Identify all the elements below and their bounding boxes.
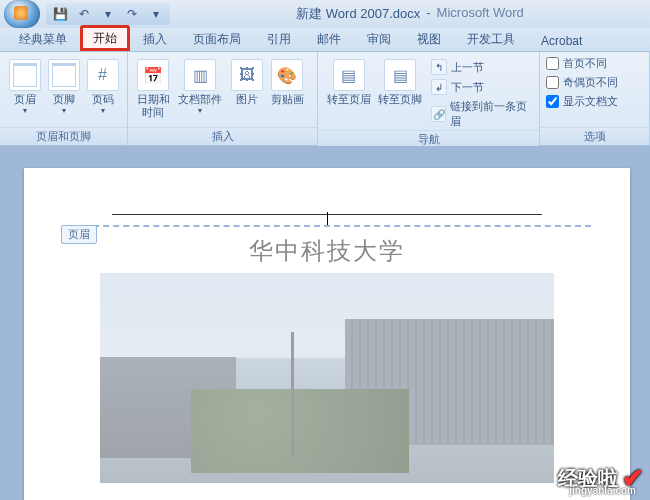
header-zone[interactable]: 页眉 华中科技大学	[24, 168, 630, 483]
header-boundary: 页眉	[63, 225, 591, 227]
office-button[interactable]	[4, 0, 40, 28]
university-name: 华中科技大学	[64, 235, 590, 267]
tab-view[interactable]: 视图	[404, 26, 454, 51]
group-navigation: ▤ 转至页眉 ▤ 转至页脚 ↰上一节 ↲下一节 🔗链接到前一条页眉 导航	[318, 52, 540, 145]
goto-header-icon: ▤	[333, 59, 365, 91]
clipart-icon: 🎨	[271, 59, 303, 91]
redo-icon[interactable]: ↷	[124, 6, 140, 22]
qat-more-icon[interactable]: ▾	[148, 6, 164, 22]
prev-icon: ↰	[431, 59, 447, 75]
next-section-button[interactable]: ↲下一节	[427, 78, 533, 96]
tab-page-layout[interactable]: 页面布局	[180, 26, 254, 51]
group-header-footer: 页眉 ▾ 页脚 ▾ # 页码 ▾ 页眉和页脚	[0, 52, 128, 145]
group-label: 选项	[540, 127, 649, 145]
clipart-button[interactable]: 🎨 剪贴画	[268, 56, 306, 109]
chevron-down-icon: ▾	[62, 106, 66, 115]
quick-access-toolbar: 💾 ↶ ▾ ↷ ▾	[46, 3, 170, 25]
group-label: 插入	[128, 127, 317, 145]
footer-button[interactable]: 页脚 ▾	[45, 56, 82, 118]
tab-developer[interactable]: 开发工具	[454, 26, 528, 51]
quick-parts-button[interactable]: ▥ 文档部件 ▾	[174, 56, 226, 118]
ribbon-tabs: 经典菜单 开始 插入 页面布局 引用 邮件 审阅 视图 开发工具 Acrobat	[0, 28, 650, 52]
page[interactable]: 页眉 华中科技大学	[24, 168, 630, 500]
parts-icon: ▥	[184, 59, 216, 91]
date-time-button[interactable]: 📅 日期和 时间	[134, 56, 172, 122]
goto-header-button[interactable]: ▤ 转至页眉	[324, 56, 374, 109]
group-label: 页眉和页脚	[0, 127, 127, 145]
tab-mailings[interactable]: 邮件	[304, 26, 354, 51]
ribbon: 页眉 ▾ 页脚 ▾ # 页码 ▾ 页眉和页脚 📅 日期和 时间 ▥	[0, 52, 650, 146]
goto-footer-icon: ▤	[384, 59, 416, 91]
group-insert: 📅 日期和 时间 ▥ 文档部件 ▾ 🖼 图片 🎨 剪贴画 插入	[128, 52, 318, 145]
inserted-image[interactable]	[100, 273, 554, 483]
flagpole-graphic	[291, 332, 294, 458]
save-icon[interactable]: 💾	[52, 6, 68, 22]
link-icon: 🔗	[431, 106, 446, 122]
tab-references[interactable]: 引用	[254, 26, 304, 51]
calendar-icon: 📅	[137, 59, 169, 91]
window-title: 新建 Word 2007.docx - Microsoft Word	[170, 5, 650, 23]
document-name: 新建 Word 2007.docx	[296, 5, 420, 23]
undo-icon[interactable]: ↶	[76, 6, 92, 22]
picture-button[interactable]: 🖼 图片	[228, 56, 266, 109]
header-tag: 页眉	[61, 225, 97, 244]
app-name: Microsoft Word	[437, 5, 524, 23]
trees-graphic	[191, 389, 409, 473]
chevron-down-icon: ▾	[101, 106, 105, 115]
next-icon: ↲	[431, 79, 447, 95]
chevron-down-icon: ▾	[198, 106, 202, 115]
text-cursor	[327, 212, 328, 226]
group-options: 首页不同 奇偶页不同 显示文档文 选项	[540, 52, 650, 145]
page-number-button[interactable]: # 页码 ▾	[84, 56, 121, 118]
qat-dropdown-icon[interactable]: ▾	[100, 6, 116, 22]
different-first-page-checkbox[interactable]: 首页不同	[546, 56, 618, 71]
chevron-down-icon: ▾	[23, 106, 27, 115]
watermark-url: jingyanla.com	[569, 485, 636, 496]
tab-review[interactable]: 审阅	[354, 26, 404, 51]
different-odd-even-checkbox[interactable]: 奇偶页不同	[546, 75, 618, 90]
link-previous-button[interactable]: 🔗链接到前一条页眉	[427, 98, 533, 130]
page-number-icon: #	[87, 59, 119, 91]
goto-footer-button[interactable]: ▤ 转至页脚	[376, 56, 426, 109]
watermark-logo: 经验啦 ✔ jingyanla.com	[558, 463, 644, 494]
show-document-text-checkbox[interactable]: 显示文档文	[546, 94, 618, 109]
tab-classic-menu[interactable]: 经典菜单	[6, 26, 80, 51]
header-button[interactable]: 页眉 ▾	[6, 56, 43, 118]
document-area[interactable]: 页眉 华中科技大学 经验啦 ✔ jingyanla.com	[0, 146, 650, 500]
prev-section-button[interactable]: ↰上一节	[427, 58, 533, 76]
header-icon	[9, 59, 41, 91]
tab-insert[interactable]: 插入	[130, 26, 180, 51]
footer-icon	[48, 59, 80, 91]
tab-home[interactable]: 开始	[80, 25, 130, 51]
picture-icon: 🖼	[231, 59, 263, 91]
tab-acrobat[interactable]: Acrobat	[528, 29, 587, 51]
